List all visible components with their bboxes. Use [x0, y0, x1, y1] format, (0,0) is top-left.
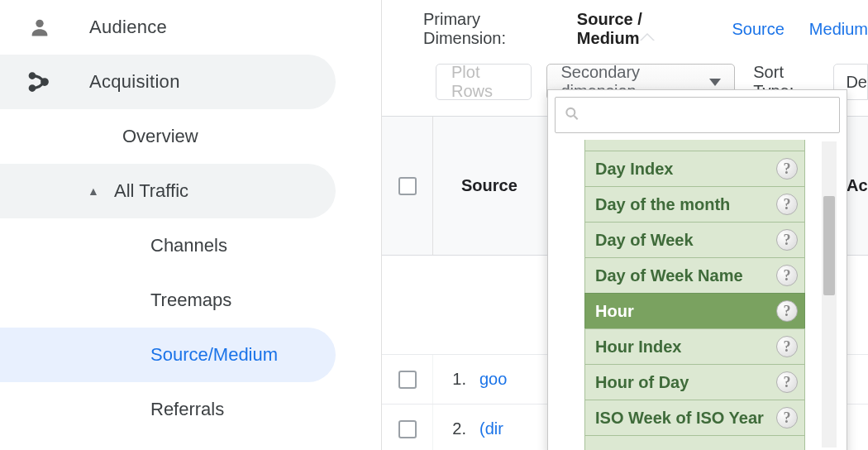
- dimension-list: Day Index ? Day of the month ? Day of We…: [555, 140, 840, 450]
- svg-point-4: [566, 108, 575, 117]
- option-label: Day of Week: [595, 231, 694, 250]
- caret-up-icon: ▲: [88, 184, 99, 198]
- person-icon: [28, 16, 61, 39]
- help-icon[interactable]: ?: [776, 194, 798, 215]
- main-panel: Primary Dimension: Source / Medium Sourc…: [382, 0, 868, 450]
- help-icon[interactable]: ?: [776, 265, 798, 286]
- help-icon[interactable]: ?: [776, 229, 798, 251]
- help-icon[interactable]: ?: [776, 371, 798, 393]
- caret-down-icon: [709, 79, 721, 86]
- sidebar-item-label: Overview: [122, 126, 198, 147]
- row-checkbox[interactable]: [398, 371, 417, 389]
- sidebar-item-audience[interactable]: Audience: [0, 0, 381, 55]
- sidebar-item-label: Source/Medium: [150, 344, 278, 366]
- dimension-option[interactable]: [584, 435, 805, 450]
- sidebar-item-label: Treemaps: [150, 290, 231, 311]
- search-icon: [564, 106, 580, 125]
- scrollbar-thumb[interactable]: [823, 196, 835, 295]
- sidebar-item-label: All Traffic: [114, 180, 188, 202]
- header-checkbox-cell: [382, 117, 433, 255]
- dimension-link-source[interactable]: Source: [732, 20, 784, 39]
- primary-dimension-label: Primary Dimension:: [423, 10, 565, 48]
- dimension-option-day-of-month[interactable]: Day of the month ?: [584, 186, 805, 223]
- sidebar-item-all-traffic[interactable]: ▲ All Traffic: [0, 164, 336, 218]
- svg-point-0: [36, 20, 43, 27]
- option-label: Day of the month: [595, 195, 730, 214]
- plot-rows-button[interactable]: Plot Rows: [436, 64, 532, 100]
- dimension-option[interactable]: [584, 140, 805, 151]
- svg-line-5: [575, 116, 578, 119]
- scrollbar[interactable]: [822, 141, 837, 448]
- dimension-option-hour-index[interactable]: Hour Index ?: [584, 328, 805, 365]
- dimension-option-day-index[interactable]: Day Index ?: [584, 151, 805, 187]
- sidebar-item-acquisition[interactable]: Acquisition: [0, 55, 336, 109]
- sidebar-item-referrals[interactable]: Referrals: [0, 382, 381, 437]
- dimension-search-input[interactable]: [556, 98, 839, 132]
- svg-point-2: [30, 86, 35, 91]
- merge-icon: [28, 69, 61, 94]
- sidebar-item-label: Acquisition: [89, 71, 180, 93]
- row-index: 1.: [433, 370, 479, 389]
- row-checkbox-cell: [382, 355, 433, 404]
- caret-indicator-icon: [640, 33, 655, 41]
- svg-point-3: [42, 79, 48, 85]
- row-checkbox[interactable]: [398, 420, 417, 438]
- dimension-option-day-of-week[interactable]: Day of Week ?: [584, 222, 805, 258]
- dimension-link-medium[interactable]: Medium: [809, 20, 868, 39]
- dimension-option-day-of-week-name[interactable]: Day of Week Name ?: [584, 257, 805, 294]
- option-label: Hour of Day: [595, 373, 689, 392]
- dimension-option-hour-of-day[interactable]: Hour of Day ?: [584, 364, 805, 400]
- sidebar-item-label: Channels: [150, 235, 227, 256]
- sidebar-item-label: Audience: [89, 17, 167, 38]
- select-all-checkbox[interactable]: [398, 177, 417, 195]
- svg-point-1: [30, 74, 35, 79]
- button-label: De: [846, 73, 867, 92]
- dimension-option-iso-week[interactable]: ISO Week of ISO Year ?: [584, 400, 805, 436]
- option-label: Day Index: [595, 160, 673, 179]
- option-label: Day of Week Name: [595, 266, 743, 285]
- sidebar-item-label: Referrals: [150, 399, 224, 420]
- sidebar: Audience Acquisition Overview ▲ All Traf…: [0, 0, 382, 450]
- column-header-acquisition[interactable]: Ac: [847, 176, 868, 195]
- sidebar-item-treemaps[interactable]: Treemaps: [0, 273, 381, 328]
- sidebar-item-source-medium[interactable]: Source/Medium: [0, 328, 336, 382]
- dimension-search: [555, 97, 840, 133]
- row-index: 2.: [433, 419, 479, 438]
- dimension-option-hour[interactable]: Hour ?: [584, 293, 805, 329]
- help-icon[interactable]: ?: [776, 336, 798, 357]
- help-icon[interactable]: ?: [776, 300, 798, 322]
- button-label: Plot Rows: [451, 63, 516, 101]
- secondary-dimension-panel: Day Index ? Day of the month ? Day of We…: [547, 89, 847, 450]
- option-label: Hour: [595, 302, 634, 321]
- row-checkbox-cell: [382, 405, 433, 450]
- sidebar-item-overview[interactable]: Overview: [0, 109, 381, 164]
- primary-dimension-value[interactable]: Source / Medium: [577, 10, 708, 48]
- help-icon[interactable]: ?: [776, 158, 798, 180]
- sidebar-item-channels[interactable]: Channels: [0, 218, 381, 273]
- option-label: Hour Index: [595, 338, 681, 357]
- primary-dimension-row: Primary Dimension: Source / Medium Sourc…: [382, 0, 868, 63]
- help-icon[interactable]: ?: [776, 407, 798, 428]
- option-label: ISO Week of ISO Year: [595, 409, 764, 428]
